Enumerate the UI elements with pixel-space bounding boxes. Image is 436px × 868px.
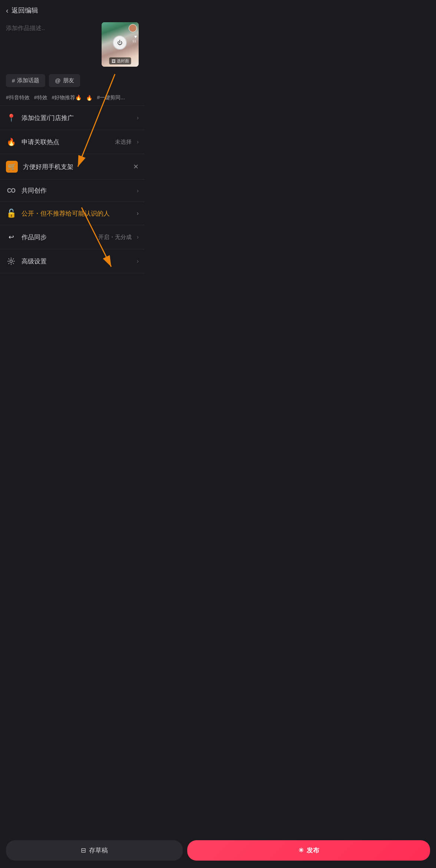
description-area: 添加作品描述.. ⏻ ♥ 11 🖼 选封面	[0, 18, 145, 71]
product-row[interactable]: 🛒 方便好用手机支架 ✕	[0, 154, 145, 180]
tag-buttons-area: # 添加话题 @ 朋友	[0, 71, 145, 92]
collab-row[interactable]: CO 共同创作 ›	[0, 180, 145, 202]
chevron-icon: ›	[137, 187, 139, 194]
hashtag-item[interactable]: #抖音特效	[6, 94, 30, 101]
location-label: 添加位置/门店推广	[22, 114, 132, 122]
chevron-icon: ›	[137, 114, 139, 121]
description-input[interactable]: 添加作品描述..	[6, 22, 97, 33]
hash-icon: #	[12, 77, 15, 84]
chevron-icon: ›	[137, 210, 139, 217]
location-row[interactable]: 📍 添加位置/门店推广 ›	[0, 106, 145, 130]
header: ‹ 返回编辑	[0, 0, 145, 18]
hashtag-item[interactable]: 🔥	[86, 94, 92, 101]
chevron-icon: ›	[137, 258, 139, 265]
hashtag-item[interactable]: #特效	[34, 94, 47, 101]
add-topic-button[interactable]: # 添加话题	[6, 74, 45, 87]
advanced-settings-row[interactable]: 高级设置 ›	[0, 249, 145, 273]
at-icon: @	[55, 77, 60, 84]
privacy-row[interactable]: 🔓 公开・但不推荐给可能认识的人 ›	[0, 202, 145, 225]
fire-icon: 🔥	[6, 137, 16, 147]
location-icon: 📍	[6, 113, 16, 123]
product-label: 方便好用手机支架	[23, 163, 128, 171]
remove-product-button[interactable]: ✕	[133, 163, 139, 171]
thumbnail[interactable]: ⏻ ♥ 11 🖼 选封面	[102, 22, 139, 67]
cover-button[interactable]: 🖼 选封面	[109, 57, 131, 64]
lock-icon: 🔓	[6, 209, 16, 218]
chevron-icon: ›	[137, 234, 139, 240]
co-icon: CO	[6, 187, 16, 194]
hashtag-scroll[interactable]: #抖音特效 #特效 #好物推荐🔥 🔥 #一键剪同...	[0, 92, 145, 106]
chevron-icon: ›	[137, 139, 139, 145]
hashtag-item[interactable]: #一键剪同...	[97, 94, 125, 101]
sync-value: 开启・无分成	[98, 234, 132, 241]
gear-icon	[6, 256, 16, 266]
hashtag-item[interactable]: #好物推荐🔥	[52, 94, 82, 101]
sync-icon: ↩	[6, 232, 16, 242]
mention-friend-button[interactable]: @ 朋友	[49, 74, 80, 87]
hot-topic-value: 未选择	[115, 139, 132, 146]
collab-label: 共同创作	[22, 186, 132, 195]
svg-point-0	[10, 260, 13, 263]
advanced-label: 高级设置	[22, 257, 132, 266]
back-icon[interactable]: ‹	[6, 6, 9, 15]
shopping-cart-icon: 🛒	[6, 161, 18, 173]
hot-topic-label: 申请关联热点	[22, 138, 110, 146]
sync-label: 作品同步	[22, 233, 93, 242]
back-button-label[interactable]: 返回编辑	[11, 6, 38, 15]
hot-topic-row[interactable]: 🔥 申请关联热点 未选择 ›	[0, 130, 145, 154]
sync-row[interactable]: ↩ 作品同步 开启・无分成 ›	[0, 225, 145, 249]
privacy-label: 公开・但不推荐给可能认识的人	[22, 209, 132, 218]
